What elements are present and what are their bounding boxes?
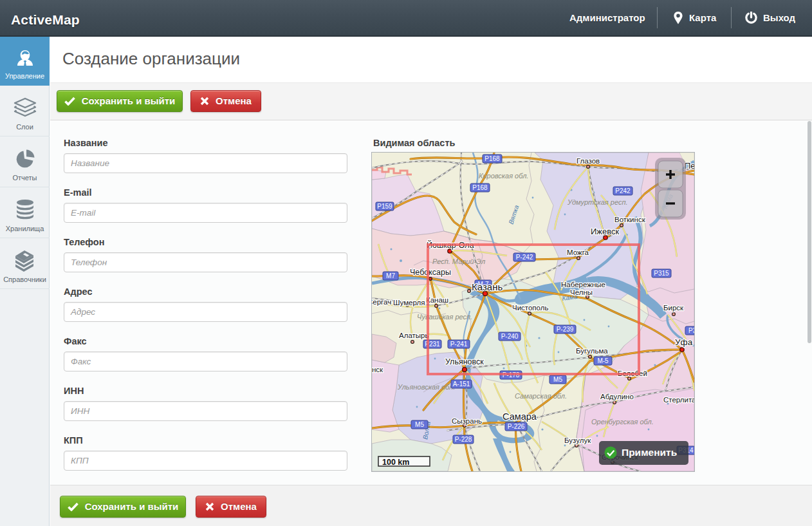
svg-text:Можга: Можга (567, 249, 589, 256)
svg-text:Алатырь: Алатырь (399, 332, 429, 339)
svg-text:Самарская обл.: Самарская обл. (515, 392, 567, 400)
svg-text:Р-240: Р-240 (501, 333, 519, 340)
svg-text:Ижевск: Ижевск (591, 227, 620, 236)
svg-text:Глазов: Глазов (577, 157, 600, 165)
svg-text:Чебоксары: Чебоксары (410, 268, 451, 277)
svg-text:Воткинск: Воткинск (614, 216, 646, 223)
svg-text:Кировская обл.: Кировская обл. (479, 172, 528, 180)
svg-text:Р-239: Р-239 (557, 326, 574, 333)
svg-text:Чувашская респ.: Чувашская респ. (417, 313, 472, 321)
svg-text:Челны: Челны (570, 288, 593, 296)
svg-text:Канаш: Канаш (426, 296, 448, 304)
svg-text:Сызрань: Сызрань (452, 417, 482, 425)
svg-text:Бугульма: Бугульма (576, 347, 608, 355)
svg-text:Бузулук: Бузулук (564, 437, 591, 444)
svg-text:М7: М7 (386, 272, 395, 279)
svg-text:Чистополь: Чистополь (512, 304, 548, 312)
svg-text:Р-241: Р-241 (450, 341, 468, 348)
svg-text:Бирск: Бирск (663, 304, 684, 312)
svg-text:Уфа: Уфа (675, 337, 693, 347)
svg-text:Казань: Казань (472, 281, 503, 292)
svg-text:М-5: М-5 (597, 357, 609, 364)
svg-text:Оренбургская обл.: Оренбургская обл. (591, 418, 654, 426)
svg-text:А-151: А-151 (453, 380, 470, 388)
svg-text:Применить: Применить (622, 447, 677, 458)
svg-text:Абдулино: Абдулино (600, 393, 634, 400)
svg-text:Шумерля: Шумерля (393, 299, 425, 306)
svg-text:М5: М5 (415, 421, 424, 428)
svg-text:Сергач: Сергач (372, 298, 391, 306)
svg-text:нск: нск (372, 366, 383, 373)
svg-text:Набережные: Набережные (561, 281, 605, 288)
svg-text:Р-242: Р-242 (516, 254, 533, 261)
svg-text:Самара: Самара (503, 411, 537, 422)
svg-text:100 km: 100 km (382, 458, 409, 467)
svg-text:М5: М5 (553, 376, 562, 383)
svg-text:Р-228: Р-228 (455, 436, 472, 443)
svg-text:Р242: Р242 (615, 187, 631, 194)
svg-text:Р168: Р168 (472, 184, 488, 191)
svg-text:Удмуртская респ.: Удмуртская респ. (567, 198, 628, 206)
svg-text:Р168: Р168 (484, 155, 500, 162)
svg-text:Пе: Пе (685, 161, 694, 171)
svg-text:Ульяновск: Ульяновск (445, 357, 484, 366)
svg-text:Р31: Р31 (688, 327, 694, 334)
svg-text:Р315: Р315 (654, 270, 669, 277)
svg-text:Стерлита: Стерлита (663, 396, 694, 404)
svg-text:Р159: Р159 (377, 203, 392, 210)
svg-text:Респ. Марий-Эл: Респ. Марий-Эл (432, 258, 485, 265)
svg-text:Ульяновская обл.: Ульяновская обл. (397, 383, 455, 391)
svg-text:Р-226: Р-226 (508, 423, 525, 430)
